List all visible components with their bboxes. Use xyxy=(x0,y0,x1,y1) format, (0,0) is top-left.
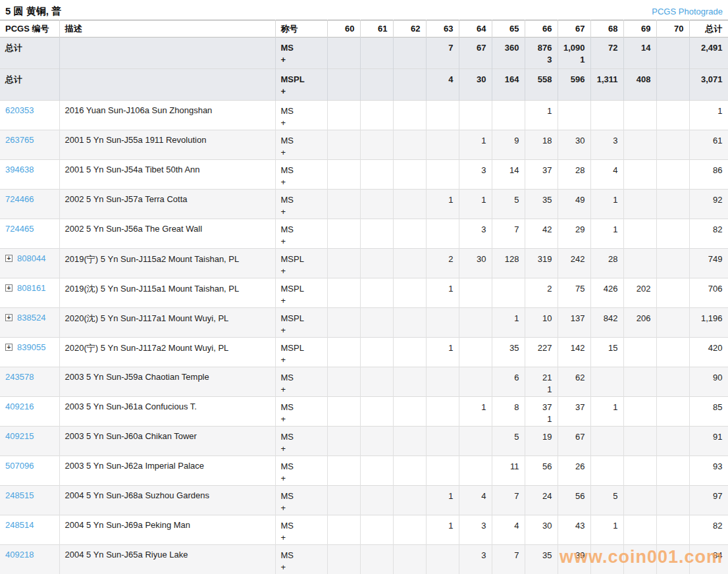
grade-count-cell xyxy=(360,515,393,545)
grade-count-cell xyxy=(459,367,492,397)
pcgs-number-link[interactable]: 243578 xyxy=(5,372,34,382)
table-row: 4092162003 5 Yn Sun-J61a Confucious T.MS… xyxy=(0,397,728,427)
grade-count-cell xyxy=(623,486,656,515)
pcgs-number-link[interactable]: 248514 xyxy=(5,520,34,530)
grade-count-cell xyxy=(623,456,656,486)
table-row: 2485152004 5 Yn Sun-J68a Suzhou GardensM… xyxy=(0,486,728,515)
designation-text: MSPL xyxy=(281,342,322,354)
grade-count-cell xyxy=(393,486,426,515)
pcgs-number-link[interactable]: 724466 xyxy=(5,194,34,204)
grade-count: 1 xyxy=(465,135,486,147)
totals-label: 总计 xyxy=(5,74,22,84)
grade-count: 1 xyxy=(432,194,454,206)
grade-count: 5 xyxy=(498,194,519,206)
pcgs-number-link[interactable]: 394638 xyxy=(5,165,34,174)
pcgs-number-link[interactable]: 507096 xyxy=(5,461,34,471)
description-cell: 2003 5 Yn Sun-J59a Chaotian Temple xyxy=(59,367,275,397)
pcgs-number-cell: 总计 xyxy=(0,69,59,101)
grade-count-cell: 67 xyxy=(459,38,492,69)
pcgs-number-link[interactable]: 409215 xyxy=(5,431,34,441)
grade-count-cell xyxy=(360,308,393,338)
pcgs-number-cell: 394638 xyxy=(0,160,59,190)
grade-count-cell: 7 xyxy=(426,38,459,69)
grade-count: 49 xyxy=(563,194,585,206)
grade-count-cell: 72 xyxy=(590,38,623,69)
pcgs-number-link[interactable]: 409218 xyxy=(5,550,34,560)
pcgs-number-cell: 409218 xyxy=(0,545,59,574)
grade-count-cell xyxy=(426,427,459,456)
description-cell: 2003 5 Yn Sun-J60a Chikan Tower xyxy=(59,427,275,456)
grade-count-cell xyxy=(656,249,689,278)
pcgs-number-link[interactable]: 808044 xyxy=(17,253,45,263)
expand-plus-icon[interactable] xyxy=(5,284,13,292)
grade-count-cell: 227 xyxy=(525,338,558,367)
grade-count: 75 xyxy=(563,283,585,295)
pcgs-number-link[interactable]: 620353 xyxy=(5,105,34,115)
row-total: 82 xyxy=(695,224,723,236)
grade-count-cell: 3 xyxy=(459,160,492,190)
row-total-cell: 91 xyxy=(689,427,728,456)
grade-count: 9 xyxy=(498,135,519,147)
pcgs-number-link[interactable]: 808161 xyxy=(17,283,45,293)
col-header-69: 69 xyxy=(623,20,656,38)
description-text: 2003 5 Yn Sun-J59a Chaotian Temple xyxy=(65,372,209,382)
expand-plus-icon[interactable] xyxy=(5,314,13,321)
expand-plus-icon[interactable] xyxy=(5,344,13,351)
grade-count-cell: 3 xyxy=(590,130,623,160)
grade-count-cell xyxy=(426,367,459,397)
description-cell: 2020(沈) 5 Yn Sun-J117a1 Mount Wuyi, PL xyxy=(59,308,275,338)
designation-text: MS xyxy=(281,194,322,206)
row-total: 61 xyxy=(695,135,723,147)
expand-plus-icon[interactable] xyxy=(5,255,13,262)
pcgs-number-link[interactable]: 248515 xyxy=(5,490,34,500)
designation-plus: + xyxy=(281,265,322,277)
grade-count: 164 xyxy=(498,74,519,86)
row-total-cell: 706 xyxy=(689,278,728,308)
grade-count: 137 xyxy=(563,313,585,325)
grade-count-cell xyxy=(327,367,360,397)
row-total: 2,491 xyxy=(695,42,723,54)
grade-count: 7 xyxy=(432,42,454,54)
pcgs-number-link[interactable]: 409216 xyxy=(5,402,34,411)
designation-text: MSPL xyxy=(281,253,322,265)
grade-count: 39 xyxy=(563,550,585,561)
grade-count-cell: 7 xyxy=(492,486,525,515)
designation-cell: MS+ xyxy=(275,190,327,219)
grade-count-cell: 4 xyxy=(459,486,492,515)
row-total-cell: 3,071 xyxy=(689,69,728,101)
description-cell: 2019(宁) 5 Yn Sun-J115a2 Mount Taishan, P… xyxy=(59,249,275,278)
grade-count: 30 xyxy=(531,520,552,532)
grade-count-cell xyxy=(327,486,360,515)
pcgs-number-link[interactable]: 263765 xyxy=(5,135,34,145)
grade-count-cell xyxy=(656,219,689,249)
grade-count: 1 xyxy=(432,490,454,502)
grade-count: 1 xyxy=(596,520,618,532)
grade-count-cell: 30 xyxy=(459,69,492,101)
grade-count: 5 xyxy=(596,490,618,502)
grade-count-cell: 42 xyxy=(525,219,558,249)
grade-count-cell: 4 xyxy=(426,69,459,101)
pcgs-number-link[interactable]: 839055 xyxy=(17,342,45,352)
pcgs-photograde-link[interactable]: PCGS Photograde xyxy=(652,7,723,16)
grade-count-cell: 14 xyxy=(492,160,525,190)
grade-count: 4 xyxy=(465,490,486,502)
grade-count-cell: 5 xyxy=(590,486,623,515)
grade-count: 4 xyxy=(596,165,618,176)
designation-plus: + xyxy=(281,54,322,66)
grade-count-cell: 37 xyxy=(558,397,590,427)
grade-count-cell: 2 xyxy=(525,278,558,308)
grade-count-cell xyxy=(393,397,426,427)
grade-count: 7 xyxy=(498,550,519,561)
top-bar: 5 圆 黄铜, 普 PCGS Photograde xyxy=(0,0,728,20)
designation-text: MS xyxy=(281,402,322,413)
grade-count: 1 xyxy=(432,342,454,354)
table-row: 8081612019(沈) 5 Yn Sun-J115a1 Mount Tais… xyxy=(0,278,728,308)
grade-count: 1 xyxy=(465,402,486,413)
grade-count: 1 xyxy=(596,402,618,413)
pcgs-number-link[interactable]: 724465 xyxy=(5,224,34,234)
table-row: 8080442019(宁) 5 Yn Sun-J115a2 Mount Tais… xyxy=(0,249,728,278)
pcgs-number-link[interactable]: 838524 xyxy=(17,313,45,323)
description-text: 2019(宁) 5 Yn Sun-J115a2 Mount Taishan, P… xyxy=(65,254,240,264)
grade-count-cell xyxy=(623,545,656,574)
designation-plus: + xyxy=(281,86,322,97)
